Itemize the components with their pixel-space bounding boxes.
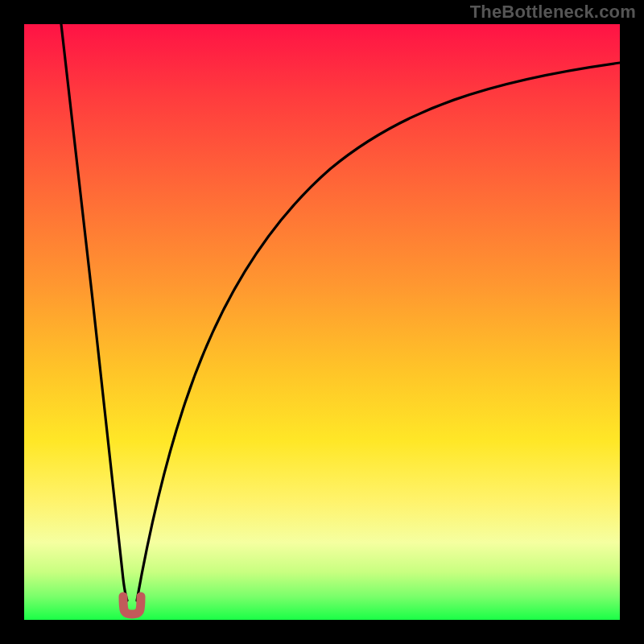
chart-frame: TheBottleneck.com: [0, 0, 644, 644]
curve-right-branch: [137, 63, 620, 601]
bottleneck-curve-svg: [24, 24, 620, 620]
curve-left-branch: [61, 24, 127, 601]
dip-marker-icon: [123, 597, 141, 614]
watermark-text: TheBottleneck.com: [470, 2, 636, 23]
plot-area: [24, 24, 620, 620]
